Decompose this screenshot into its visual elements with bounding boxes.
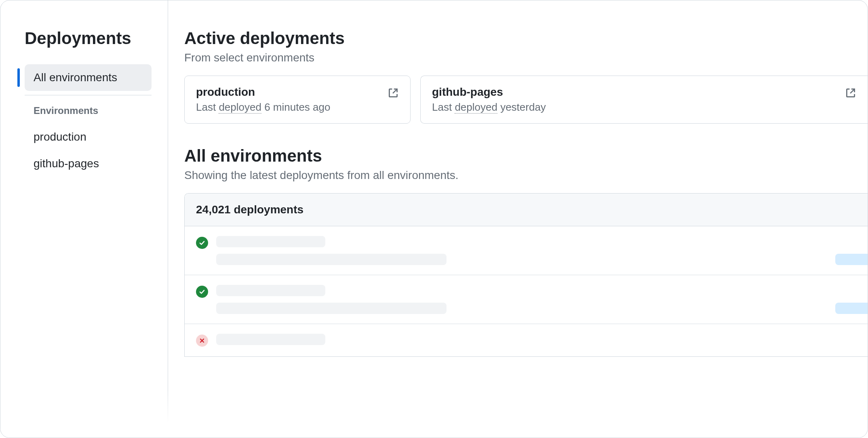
main-content: Active deployments From select environme…: [168, 0, 868, 438]
sidebar-subheading: Environments: [25, 105, 152, 116]
placeholder-line: [216, 285, 325, 296]
placeholder-line: [216, 254, 447, 265]
active-deployments-title: Active deployments: [184, 29, 868, 48]
active-deployments-subtitle: From select environments: [184, 51, 868, 64]
environment-card-production[interactable]: production Last deployed 6 minutes ago: [184, 76, 411, 124]
external-link-icon[interactable]: [845, 87, 856, 99]
placeholder-line: [216, 303, 447, 314]
environment-card-name: production: [196, 86, 330, 99]
sidebar-item-all-environments[interactable]: All environments: [25, 64, 152, 91]
sidebar-item-production[interactable]: production: [25, 124, 152, 150]
deployment-row[interactable]: [185, 324, 868, 356]
placeholder-badge: [835, 254, 868, 265]
sidebar-item-label: production: [34, 131, 86, 143]
all-environments-subtitle: Showing the latest deployments from all …: [184, 169, 868, 182]
deployment-row-placeholder: [216, 236, 856, 265]
deployments-panel: 24,021 deployments: [184, 193, 868, 357]
sidebar: Deployments All environments Environment…: [0, 0, 168, 438]
environment-card-name: github-pages: [432, 86, 546, 99]
deployment-row[interactable]: [185, 226, 868, 275]
environment-cards-row: production Last deployed 6 minutes ago g…: [184, 76, 868, 124]
status-failure-icon: [196, 335, 208, 347]
placeholder-line: [216, 236, 325, 247]
environment-card-github-pages[interactable]: github-pages Last deployed yesterday: [420, 76, 868, 124]
status-success-icon: [196, 286, 208, 298]
deployment-row-placeholder: [216, 285, 856, 314]
environment-card-body: production Last deployed 6 minutes ago: [196, 86, 330, 114]
deployments-count: 24,021 deployments: [185, 194, 868, 226]
sidebar-divider: [25, 95, 152, 95]
all-environments-title: All environments: [184, 146, 868, 166]
environment-card-last-deployed: Last deployed yesterday: [432, 101, 546, 114]
sidebar-item-label: github-pages: [34, 157, 99, 170]
external-link-icon[interactable]: [388, 87, 399, 99]
placeholder-line: [216, 334, 325, 345]
page-title: Deployments: [25, 29, 152, 48]
environment-card-body: github-pages Last deployed yesterday: [432, 86, 546, 114]
sidebar-item-github-pages[interactable]: github-pages: [25, 150, 152, 177]
app-frame: Deployments All environments Environment…: [0, 0, 868, 438]
deployment-row-placeholder: [216, 334, 856, 345]
placeholder-badge: [835, 303, 868, 314]
deployment-row[interactable]: [185, 275, 868, 324]
sidebar-item-label: All environments: [34, 71, 117, 84]
status-success-icon: [196, 237, 208, 249]
environment-card-last-deployed: Last deployed 6 minutes ago: [196, 101, 330, 114]
